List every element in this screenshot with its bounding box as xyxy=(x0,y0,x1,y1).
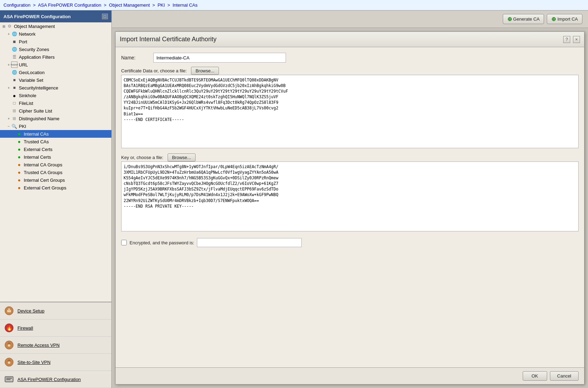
sidebar-item-sinkhole[interactable]: ● Sinkhole xyxy=(0,92,111,99)
expander-icon: + xyxy=(6,32,11,36)
sidebar-item-label: Trusted CA Groups xyxy=(24,170,63,175)
dialog-help-button[interactable]: ? xyxy=(563,36,570,43)
sidebar-item-internal-certs[interactable]: ● Internal Certs xyxy=(0,153,111,161)
import-ca-label: Import CA xyxy=(557,16,578,22)
sidebar-nav-remote-vpn[interactable]: Remote Access VPN xyxy=(0,337,111,354)
sidebar-item-label: Trusted CAs xyxy=(24,139,49,144)
sidebar-item-cipher-suite[interactable]: ⊞ Cipher Suite List xyxy=(0,107,111,115)
close-icon: × xyxy=(575,37,578,42)
encrypted-row: Encrypted, and the password is: xyxy=(121,238,579,247)
sidebar-nav-device-setup[interactable]: Device Setup xyxy=(0,302,111,319)
browse-cert-button[interactable]: Browse... xyxy=(191,67,219,75)
breadcrumb-internal-cas[interactable]: Internal CAs xyxy=(172,2,198,8)
breadcrumb-text: Configuration > ASA FirePOWER Configurat… xyxy=(3,2,198,8)
sidebar-item-application-filters[interactable]: ☰ Application Filters xyxy=(0,53,111,61)
breadcrumb-config[interactable]: Configuration xyxy=(3,2,30,8)
sidebar-item-trusted-cas[interactable]: ● Trusted CAs xyxy=(0,138,111,145)
sidebar-nav-site-vpn[interactable]: Site-to-Site VPN xyxy=(0,354,111,371)
sidebar-nav-asa-config[interactable]: ASA FirePOWER Configuration xyxy=(0,371,111,388)
name-label: Name: xyxy=(121,55,149,60)
ok-button[interactable]: OK xyxy=(523,371,547,381)
internal-certs-icon: ● xyxy=(16,154,22,160)
expander-icon: ⊞ xyxy=(1,24,6,28)
internal-ca-groups-icon: ● xyxy=(16,161,22,168)
sidebar-item-internal-cert-groups[interactable]: ● Internal Cert Groups xyxy=(0,176,111,184)
name-input[interactable] xyxy=(153,53,286,63)
dialog-close-button[interactable]: × xyxy=(573,36,580,43)
sidebar-item-label: Port xyxy=(19,39,27,44)
sidebar-item-pki[interactable]: − 🔍 PKI xyxy=(0,122,111,130)
device-setup-icon xyxy=(3,305,15,316)
sidebar-item-label: Internal CAs xyxy=(24,131,49,137)
breadcrumb: Configuration > ASA FirePOWER Configurat… xyxy=(0,0,588,10)
sidebar-item-internal-cas[interactable]: ● Internal CAs xyxy=(0,130,111,138)
site-vpn-icon xyxy=(3,357,15,368)
sidebar-nav-firewall[interactable]: 🔥 Firewall xyxy=(0,319,111,337)
sidebar-item-distinguished-name[interactable]: + ⊞ Distinguished Name xyxy=(0,115,111,122)
sidebar-item-label: Internal Certs xyxy=(24,155,51,160)
sidebar-item-label: Distinguished Name xyxy=(19,116,59,121)
sidebar-header: ASA FirePOWER Configuration □ xyxy=(0,10,111,22)
sidebar-item-network[interactable]: + 🌐 Network xyxy=(0,30,111,38)
app-filters-icon: ☰ xyxy=(11,54,17,60)
remote-vpn-icon xyxy=(3,339,15,351)
geo-icon: 🌐 xyxy=(11,69,17,76)
import-ca-button[interactable]: ⊕ Import CA xyxy=(547,14,582,24)
cert-section: Certificate Data or, choose a file: Brow… xyxy=(121,67,579,149)
generate-ca-icon: ⊕ xyxy=(507,16,512,22)
sidebar-title: ASA FirePOWER Configuration xyxy=(3,14,71,19)
svg-rect-2 xyxy=(8,308,10,310)
sidebar-item-port[interactable]: ■ Port xyxy=(0,38,111,45)
sidebar-item-label: SecurityIntelligence xyxy=(19,85,58,91)
cancel-button[interactable]: Cancel xyxy=(550,371,579,381)
firewall-icon: 🔥 xyxy=(3,322,15,333)
import-ca-icon: ⊕ xyxy=(551,16,556,22)
var-set-icon: ■ xyxy=(11,77,17,83)
content-toolbar: ⊕ Generate CA ⊕ Import CA xyxy=(112,10,588,28)
sidebar-item-security-intel[interactable]: + ■ SecurityIntelligence xyxy=(0,84,111,92)
si-icon: ■ xyxy=(11,85,17,91)
sidebar-item-external-cert-groups[interactable]: ● External Cert Groups xyxy=(0,184,111,192)
browse-key-button[interactable]: Browse... xyxy=(168,153,196,161)
sidebar-nav-label: ASA FirePOWER Configuration xyxy=(17,377,81,382)
cancel-label: Cancel xyxy=(557,373,571,379)
cipher-icon: ⊞ xyxy=(11,108,17,114)
sidebar-tree-scroll[interactable]: ⊞ ⚙ Object Management + 🌐 Network ■ Port… xyxy=(0,22,111,302)
sidebar-item-geolocation[interactable]: 🌐 GeoLocation xyxy=(0,69,111,76)
sidebar-item-security-zones[interactable]: 🌐 Security Zones xyxy=(0,45,111,53)
help-icon: ? xyxy=(565,37,568,42)
key-textarea[interactable]: i/DnuBs9S3UgPnN3xShcwMTg8N+1yWOTJnfIpar/… xyxy=(121,161,579,231)
browse-cert-label: Browse... xyxy=(196,68,214,73)
sidebar-item-filelist[interactable]: □ FileList xyxy=(0,99,111,107)
content-area: ⊕ Generate CA ⊕ Import CA Import Interna… xyxy=(112,10,588,388)
dialog-controls: ? × xyxy=(563,36,580,43)
sidebar-item-label: GeoLocation xyxy=(19,70,45,75)
encrypted-checkbox[interactable] xyxy=(121,240,127,245)
sidebar-item-variable-set[interactable]: ■ Variable Set xyxy=(0,76,111,84)
sidebar-item-label: PKI xyxy=(19,124,26,129)
sidebar-collapse-icon[interactable]: □ xyxy=(102,14,108,19)
sidebar-nav: Device Setup 🔥 Firewall xyxy=(0,302,111,388)
breadcrumb-pki[interactable]: PKI xyxy=(157,2,165,8)
network-icon: 🌐 xyxy=(11,31,17,37)
password-input[interactable] xyxy=(197,238,302,247)
sidebar-item-internal-ca-groups[interactable]: ● Internal CA Groups xyxy=(0,161,111,168)
svg-text:🔥: 🔥 xyxy=(6,325,13,331)
sidebar-item-external-certs[interactable]: ● External Certs xyxy=(0,145,111,153)
sidebar-item-label: Network xyxy=(19,31,36,37)
cert-label-row: Certificate Data or, choose a file: Brow… xyxy=(121,67,579,75)
cert-textarea[interactable]: CBMCSoExEjAQBgNVBAcTCUJBTkdBTE9SRTEOMAwG… xyxy=(121,75,579,148)
breadcrumb-object-mgmt[interactable]: Object Management xyxy=(109,2,150,8)
sinkhole-icon: ● xyxy=(11,92,17,99)
sidebar-item-object-mgmt[interactable]: ⊞ ⚙ Object Management xyxy=(0,22,111,30)
sidebar-item-trusted-ca-groups[interactable]: ● Trusted CA Groups xyxy=(0,168,111,176)
name-row: Name: xyxy=(121,53,579,63)
asa-config-icon xyxy=(3,374,15,385)
sidebar-item-url[interactable]: + www URL xyxy=(0,61,111,69)
sidebar-item-label: Variable Set xyxy=(19,78,43,83)
sidebar-item-label: Sinkhole xyxy=(19,93,36,98)
external-certs-icon: ● xyxy=(16,146,22,152)
sidebar-item-label: Internal CA Groups xyxy=(24,162,63,167)
breadcrumb-asa[interactable]: ASA FirePOWER Configuration xyxy=(38,2,101,8)
generate-ca-button[interactable]: ⊕ Generate CA xyxy=(503,14,544,24)
